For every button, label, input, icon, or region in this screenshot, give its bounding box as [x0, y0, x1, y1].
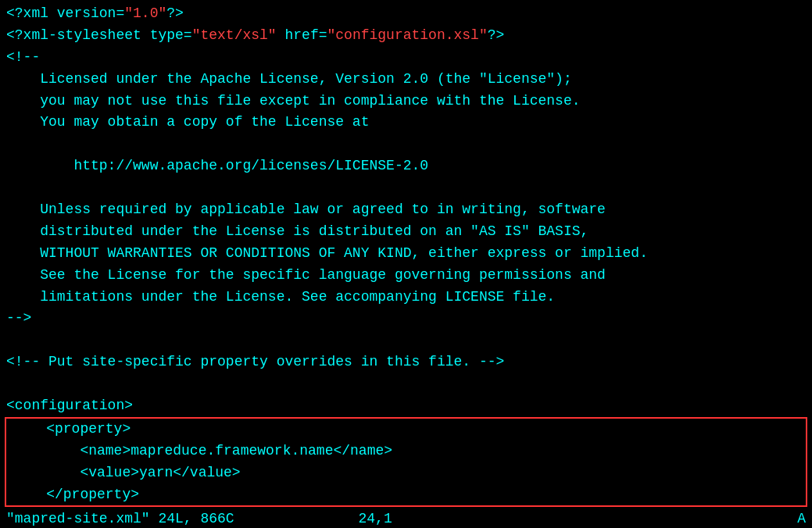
- text-span: </property>: [13, 487, 139, 502]
- line-13: See the License for the specific languag…: [0, 265, 812, 287]
- mode-indicator: A: [797, 511, 806, 526]
- line-11: distributed under the License is distrib…: [0, 221, 812, 243]
- text-span: "1.0": [124, 5, 166, 21]
- text-span: "configuration.xsl": [327, 27, 487, 43]
- text-span: "text/xsl": [192, 27, 277, 43]
- line-9: [0, 177, 812, 199]
- text-span: <name>mapreduce.framework.name</name>: [13, 443, 392, 458]
- text-span: ?>: [488, 27, 505, 43]
- text-span: [6, 136, 15, 152]
- name-line: <name>mapreduce.framework.name</name>: [6, 441, 806, 462]
- line-19: <configuration>: [0, 395, 812, 417]
- text-span: you may not use this file except in comp…: [6, 93, 581, 109]
- line-1: <?xml version="1.0"?>: [0, 3, 812, 25]
- status-bar: "mapred-site.xml" 24L, 866C 24,1 A: [0, 509, 812, 528]
- line-4: Licensed under the Apache License, Versi…: [0, 69, 812, 91]
- text-span: <configuration>: [6, 398, 133, 413]
- text-span: <value>yarn</value>: [13, 465, 241, 480]
- text-span: <!--: [6, 49, 40, 65]
- text-span: [6, 180, 15, 195]
- line-17: <!-- Put site-specific property override…: [0, 351, 812, 373]
- line-12: WITHOUT WARRANTIES OR CONDITIONS OF ANY …: [0, 243, 812, 265]
- line-8: http://www.apache.org/licenses/LICENSE-2…: [0, 155, 812, 177]
- editor: <?xml version="1.0"?> <?xml-stylesheet t…: [0, 0, 812, 528]
- text-span: You may obtain a copy of the License at: [6, 114, 369, 130]
- text-span: distributed under the License is distrib…: [6, 223, 588, 239]
- text-span: WITHOUT WARRANTIES OR CONDITIONS OF ANY …: [6, 245, 648, 261]
- line-18: [0, 373, 812, 395]
- text-span: <property>: [13, 421, 131, 437]
- text-span: <?xml-stylesheet type=: [6, 27, 192, 43]
- text-span: -->: [6, 310, 31, 326]
- highlighted-block: <property> <name>mapreduce.framework.nam…: [5, 417, 807, 508]
- line-6: You may obtain a copy of the License at: [0, 112, 812, 134]
- line-10: Unless required by applicable law or agr…: [0, 199, 812, 221]
- text-span: ?>: [166, 5, 184, 21]
- text-span: href=: [277, 27, 327, 43]
- text-span: <!-- Put site-specific property override…: [6, 354, 504, 369]
- text-span: limitations under the License. See accom…: [6, 289, 555, 305]
- cursor-position: 24,1: [358, 511, 392, 526]
- text-span: See the License for the specific languag…: [6, 267, 606, 283]
- line-5: you may not use this file except in comp…: [0, 91, 812, 112]
- line-3: <!--: [0, 47, 812, 69]
- line-2: <?xml-stylesheet type="text/xsl" href="c…: [0, 25, 812, 47]
- property-open-line: <property>: [6, 419, 806, 441]
- value-line: <value>yarn</value>: [6, 462, 806, 484]
- text-span: http://www.apache.org/licenses/LICENSE-2…: [6, 158, 428, 173]
- line-14: limitations under the License. See accom…: [0, 287, 812, 309]
- line-16: [0, 330, 812, 351]
- text-span: [6, 376, 15, 391]
- line-7: [0, 134, 812, 155]
- status-left: "mapred-site.xml" 24L, 866C: [6, 511, 234, 526]
- line-15: -->: [0, 308, 812, 330]
- status-right: 24,1 A: [358, 511, 806, 526]
- text-span: Unless required by applicable law or agr…: [6, 202, 606, 217]
- property-close-line: </property>: [6, 484, 806, 506]
- text-span: [6, 332, 15, 348]
- text-span: Licensed under the Apache License, Versi…: [6, 71, 572, 87]
- text-span: <?xml version=: [6, 5, 124, 21]
